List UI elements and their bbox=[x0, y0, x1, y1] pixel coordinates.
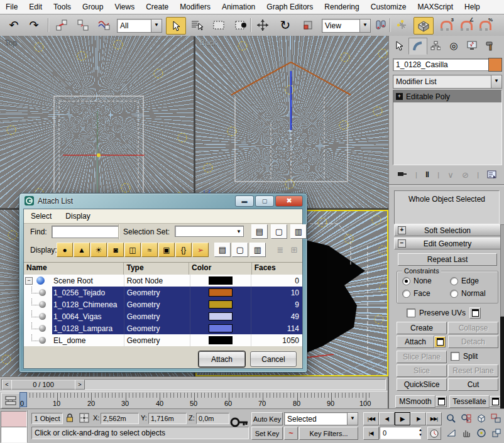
viewport-back[interactable]: z Back bbox=[195, 36, 388, 208]
zoom-button[interactable] bbox=[444, 412, 458, 425]
preserve-uvs-checkbox[interactable] bbox=[407, 309, 415, 317]
display-shapes-toggle[interactable]: ▲ bbox=[74, 243, 90, 257]
cut-button[interactable]: Cut bbox=[448, 378, 498, 391]
snaps-toggle-button[interactable] bbox=[414, 17, 434, 35]
menu-graph-editors[interactable]: Graph Editors bbox=[261, 1, 319, 14]
panel-scrollbar-track[interactable] bbox=[500, 317, 504, 410]
maximize-button[interactable]: ▢ bbox=[255, 195, 274, 207]
menu-help[interactable]: Help bbox=[459, 1, 486, 14]
column-faces[interactable]: Faces bbox=[252, 263, 302, 275]
expand-icon[interactable]: + bbox=[396, 93, 403, 100]
rollout-soft-selection[interactable]: + Soft Selection bbox=[394, 224, 501, 236]
dialog-titlebar[interactable]: Attach List ▬ ▢ ✖ bbox=[19, 194, 307, 208]
angle-snap-toggle-button[interactable]: 3 bbox=[436, 17, 454, 33]
collapse-button[interactable]: Collapse bbox=[448, 322, 498, 334]
minus-icon[interactable]: − bbox=[398, 239, 406, 248]
column-color[interactable]: Color bbox=[189, 263, 252, 275]
display-influences-button[interactable]: ≣ bbox=[273, 244, 287, 256]
previous-frame-button[interactable]: ◀| bbox=[379, 412, 395, 425]
select-by-name-button[interactable] bbox=[189, 17, 206, 33]
redo-button[interactable]: ↷ bbox=[25, 17, 43, 33]
chevron-down-icon[interactable]: ▼ bbox=[359, 19, 370, 32]
slice-plane-button[interactable]: Slice Plane bbox=[397, 351, 447, 363]
display-helpers-toggle[interactable]: ◫ bbox=[124, 243, 141, 257]
dialog-menu-select[interactable]: Select bbox=[24, 212, 58, 221]
unlink-selection-icon[interactable] bbox=[74, 17, 92, 33]
tab-motion[interactable]: ◎ bbox=[445, 38, 463, 53]
msmooth-button[interactable]: MSmooth bbox=[395, 395, 436, 408]
set-key-icon[interactable] bbox=[230, 414, 249, 432]
spinner-snap-toggle-button[interactable]: % bbox=[475, 17, 493, 33]
menu-modifiers[interactable]: Modifiers bbox=[174, 1, 216, 14]
create-button[interactable]: Create bbox=[397, 322, 447, 334]
table-row[interactable]: 1_0256_Tejado Geometry 10 bbox=[24, 287, 302, 298]
select-and-manipulate-button[interactable] bbox=[393, 17, 411, 33]
display-invert-button[interactable]: ▥ bbox=[249, 243, 266, 257]
auto-key-button[interactable]: Auto Key bbox=[251, 412, 283, 425]
display-children-button[interactable]: ⊞ bbox=[287, 244, 301, 256]
menu-customize[interactable]: Customize bbox=[365, 1, 412, 14]
menu-group[interactable]: Group bbox=[77, 1, 109, 14]
table-row[interactable]: 1_0128_Lampara Geometry 114 bbox=[24, 322, 302, 334]
menu-rendering[interactable]: Rendering bbox=[319, 1, 364, 14]
configure-modifier-sets-icon[interactable] bbox=[487, 170, 496, 180]
display-bones-toggle[interactable]: ➢ bbox=[192, 243, 209, 257]
macro-recorder-pane[interactable] bbox=[1, 411, 27, 427]
chevron-down-icon[interactable]: ▼ bbox=[151, 19, 162, 32]
viewport-top[interactable]: Top bbox=[0, 36, 194, 208]
previous-frame-arrow[interactable]: < bbox=[2, 380, 12, 390]
track-bar[interactable]: 0 10 20 30 40 50 60 70 80 90 100 bbox=[0, 391, 388, 409]
select-invert-button[interactable]: ▥ bbox=[290, 224, 307, 239]
tab-create[interactable] bbox=[390, 38, 408, 53]
constraint-none-radio[interactable]: None bbox=[402, 276, 432, 285]
viewport-label[interactable]: Back bbox=[200, 38, 217, 47]
display-none-button[interactable]: ▢ bbox=[232, 243, 248, 257]
display-groups-toggle[interactable]: ▣ bbox=[158, 243, 175, 257]
zoom-extents-button[interactable] bbox=[474, 412, 488, 425]
key-mode-toggle-button[interactable]: |◀| bbox=[363, 427, 379, 440]
display-spacewarps-toggle[interactable]: ≈ bbox=[141, 243, 158, 257]
make-unique-icon[interactable]: ∨ bbox=[447, 170, 454, 180]
reset-plane-button[interactable]: Reset Plane bbox=[448, 364, 498, 377]
column-name[interactable]: Name bbox=[24, 263, 124, 275]
z-coordinate-field[interactable]: 0,0m bbox=[196, 413, 229, 424]
selection-lock-toggle[interactable] bbox=[65, 413, 74, 424]
zoom-extents-all-button[interactable] bbox=[489, 412, 503, 425]
select-and-scale-button[interactable] bbox=[299, 17, 317, 33]
display-lights-toggle[interactable]: ☀ bbox=[90, 243, 107, 257]
close-icon[interactable]: ✖ bbox=[275, 195, 303, 207]
field-of-view-button[interactable] bbox=[444, 427, 458, 439]
bind-to-space-warp-icon[interactable] bbox=[96, 17, 113, 33]
pin-stack-icon[interactable] bbox=[397, 170, 407, 180]
select-all-button[interactable]: ▤ bbox=[251, 224, 268, 239]
dialog-menu-display[interactable]: Display bbox=[58, 212, 97, 221]
panel-scrollbar-thumb[interactable] bbox=[500, 224, 504, 317]
display-all-button[interactable]: ▤ bbox=[214, 243, 231, 257]
arc-rotate-button[interactable] bbox=[474, 427, 488, 439]
chevron-down-icon[interactable]: ▼ bbox=[347, 413, 358, 425]
default-in-out-tangents-button[interactable]: ~ bbox=[284, 427, 298, 440]
frame-spinner[interactable]: ▲▼ bbox=[419, 427, 425, 438]
plus-icon[interactable]: + bbox=[398, 226, 406, 234]
menu-animation[interactable]: Animation bbox=[216, 1, 261, 14]
next-frame-button[interactable]: |▶ bbox=[410, 412, 426, 425]
object-name-field[interactable] bbox=[393, 58, 491, 71]
absolute-mode-transform-toggle[interactable] bbox=[79, 413, 89, 424]
table-row[interactable]: 1_0064_Vigas Geometry 49 bbox=[24, 310, 302, 322]
table-row[interactable]: − Scene Root Root Node 0 bbox=[24, 275, 302, 287]
show-end-result-icon[interactable]: ‖ bbox=[425, 170, 429, 179]
cancel-button[interactable]: Cancel bbox=[250, 351, 297, 367]
constraint-normal-radio[interactable]: Normal bbox=[450, 289, 486, 298]
selection-set-dropdown[interactable]: ▼ bbox=[175, 226, 244, 237]
msmooth-settings-button[interactable] bbox=[436, 396, 447, 407]
preserve-uvs-settings-button[interactable] bbox=[469, 307, 481, 319]
go-to-end-button[interactable]: ▶▶| bbox=[426, 412, 442, 425]
window-crossing-toggle-button[interactable] bbox=[233, 17, 250, 33]
time-configuration-button[interactable] bbox=[427, 427, 441, 440]
x-coordinate-field[interactable]: 2,562m bbox=[101, 413, 139, 424]
select-and-rotate-button[interactable]: ↻ bbox=[277, 17, 294, 33]
use-pivot-point-center-button[interactable] bbox=[372, 17, 390, 33]
tessellate-button[interactable]: Tessellate bbox=[449, 395, 490, 408]
tessellate-settings-button[interactable] bbox=[490, 396, 501, 407]
percent-snap-toggle-button[interactable]: ∠ bbox=[456, 17, 474, 33]
